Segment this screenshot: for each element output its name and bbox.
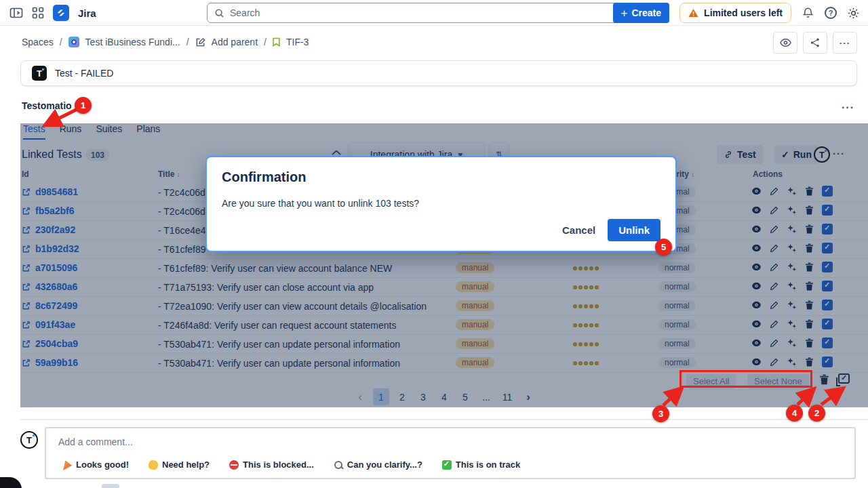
test-id-link[interactable]: 59a99b16 bbox=[22, 357, 78, 368]
breadcrumb-project[interactable]: Test iBusiness Fundi... bbox=[85, 37, 180, 47]
bulk-delete-trash-icon[interactable] bbox=[819, 374, 829, 385]
run-button[interactable]: ✓ Run bbox=[774, 145, 818, 164]
view-test-eye-icon[interactable] bbox=[751, 187, 762, 195]
breadcrumb-add-parent[interactable]: Add parent bbox=[212, 37, 258, 47]
ai-sparkles-icon[interactable] bbox=[787, 281, 797, 291]
panel-tab[interactable]: Plans bbox=[136, 123, 160, 140]
test-id-link[interactable]: a7015096 bbox=[22, 262, 77, 273]
create-button[interactable]: + Create bbox=[613, 3, 670, 23]
global-search[interactable] bbox=[207, 3, 629, 23]
test-id-link[interactable]: 091f43ae bbox=[22, 319, 75, 330]
delete-trash-icon[interactable] bbox=[805, 281, 814, 291]
panel-tab[interactable]: Suites bbox=[96, 123, 122, 140]
ai-sparkles-icon[interactable] bbox=[787, 205, 797, 216]
edit-test-pencil-icon[interactable] bbox=[770, 301, 778, 310]
section-more-button[interactable]: ··· bbox=[842, 102, 854, 114]
panel-tab[interactable]: Tests bbox=[23, 123, 45, 140]
test-id-link[interactable]: fb5a2bf6 bbox=[22, 205, 75, 216]
column-header-title[interactable]: Title↕ bbox=[158, 169, 180, 179]
unlink-button[interactable]: Unlink bbox=[608, 219, 660, 241]
edit-test-pencil-icon[interactable] bbox=[770, 187, 778, 196]
test-id-link[interactable]: d9854681 bbox=[22, 186, 78, 197]
select-none-button[interactable]: Select None bbox=[747, 374, 809, 388]
edit-test-pencil-icon[interactable] bbox=[770, 358, 778, 367]
test-id-link[interactable]: b1b92d32 bbox=[22, 243, 79, 254]
limited-users-button[interactable]: Limited users left bbox=[679, 3, 791, 23]
row-checkbox[interactable] bbox=[822, 338, 833, 348]
comment-input[interactable] bbox=[58, 436, 397, 447]
quick-reply-chip[interactable]: This is on track bbox=[442, 460, 520, 470]
pagination-page[interactable]: 1 bbox=[373, 388, 389, 405]
delete-trash-icon[interactable] bbox=[805, 262, 814, 272]
pagination-page[interactable]: 2 bbox=[394, 388, 410, 405]
row-checkbox[interactable] bbox=[822, 319, 833, 329]
search-input[interactable] bbox=[230, 7, 621, 18]
bulk-select-checkbox-icon[interactable] bbox=[838, 373, 850, 384]
edit-test-pencil-icon[interactable] bbox=[770, 263, 778, 272]
breadcrumb-issue-key[interactable]: TIF-3 bbox=[286, 37, 309, 47]
delete-trash-icon[interactable] bbox=[805, 224, 814, 234]
row-checkbox[interactable] bbox=[822, 300, 833, 310]
quick-reply-chip[interactable]: Can you clarify...? bbox=[334, 460, 422, 470]
delete-trash-icon[interactable] bbox=[805, 186, 814, 196]
cancel-button[interactable]: Cancel bbox=[562, 224, 595, 236]
row-checkbox[interactable] bbox=[822, 281, 833, 291]
help-icon[interactable]: ? bbox=[825, 7, 837, 19]
pagination-prev-icon[interactable]: ‹ bbox=[352, 388, 368, 405]
testomatio-logo-icon[interactable]: T bbox=[814, 146, 830, 163]
edit-test-pencil-icon[interactable] bbox=[770, 339, 778, 348]
delete-trash-icon[interactable] bbox=[805, 300, 814, 310]
row-checkbox[interactable] bbox=[822, 186, 833, 197]
view-test-eye-icon[interactable] bbox=[751, 301, 762, 309]
ai-sparkles-icon[interactable] bbox=[787, 300, 797, 310]
pagination-page[interactable]: 11 bbox=[499, 388, 515, 405]
view-test-eye-icon[interactable] bbox=[751, 282, 762, 290]
edit-test-pencil-icon[interactable] bbox=[770, 320, 778, 329]
view-test-eye-icon[interactable] bbox=[751, 358, 762, 366]
row-checkbox[interactable] bbox=[822, 357, 833, 367]
panel-more-button[interactable]: ··· bbox=[833, 148, 845, 159]
view-test-eye-icon[interactable] bbox=[751, 320, 762, 328]
watch-eye-button[interactable] bbox=[773, 32, 797, 54]
view-test-eye-icon[interactable] bbox=[751, 263, 762, 271]
quick-reply-chip[interactable]: Need help? bbox=[149, 460, 210, 470]
app-switcher-icon[interactable] bbox=[32, 7, 44, 19]
test-id-link[interactable]: 230f2a92 bbox=[22, 224, 75, 235]
delete-trash-icon[interactable] bbox=[805, 319, 814, 329]
view-test-eye-icon[interactable] bbox=[751, 206, 762, 214]
breadcrumb-spaces[interactable]: Spaces bbox=[22, 37, 54, 47]
view-test-eye-icon[interactable] bbox=[751, 339, 762, 347]
sidebar-toggle-icon[interactable] bbox=[9, 7, 23, 19]
test-id-link[interactable]: 8c672499 bbox=[22, 300, 77, 311]
panel-tab[interactable]: Runs bbox=[60, 123, 82, 140]
ai-sparkles-icon[interactable] bbox=[787, 357, 797, 367]
delete-trash-icon[interactable] bbox=[805, 338, 814, 348]
row-checkbox[interactable] bbox=[822, 243, 833, 253]
notifications-bell-icon[interactable] bbox=[802, 6, 814, 20]
ai-sparkles-icon[interactable] bbox=[787, 262, 797, 272]
select-all-button[interactable]: Select All bbox=[686, 374, 736, 388]
link-test-button[interactable]: Test bbox=[717, 145, 763, 164]
delete-trash-icon[interactable] bbox=[805, 205, 814, 215]
ai-sparkles-icon[interactable] bbox=[787, 224, 797, 235]
delete-trash-icon[interactable] bbox=[805, 243, 814, 253]
more-actions-button[interactable]: ··· bbox=[833, 32, 857, 54]
settings-gear-icon[interactable] bbox=[847, 7, 860, 20]
edit-test-pencil-icon[interactable] bbox=[770, 225, 778, 234]
pagination-page[interactable]: ... bbox=[478, 388, 494, 405]
pagination-page[interactable]: 5 bbox=[457, 388, 473, 405]
delete-trash-icon[interactable] bbox=[805, 357, 814, 367]
linked-issue-card[interactable]: T Test - FAILED bbox=[20, 60, 857, 86]
pagination-page[interactable]: 3 bbox=[415, 388, 431, 405]
share-button[interactable] bbox=[803, 32, 827, 54]
view-test-eye-icon[interactable] bbox=[751, 244, 762, 252]
ai-sparkles-icon[interactable] bbox=[787, 243, 797, 253]
test-id-link[interactable]: 432680a6 bbox=[22, 281, 77, 292]
comment-editor[interactable]: Looks good! Need help? This is blocked..… bbox=[45, 427, 856, 479]
ai-sparkles-icon[interactable] bbox=[787, 186, 797, 197]
edit-test-pencil-icon[interactable] bbox=[770, 206, 778, 215]
quick-reply-chip[interactable]: Looks good! bbox=[62, 460, 129, 470]
view-test-eye-icon[interactable] bbox=[751, 225, 762, 233]
ai-sparkles-icon[interactable] bbox=[787, 319, 797, 329]
pagination-next-icon[interactable]: › bbox=[520, 388, 536, 405]
